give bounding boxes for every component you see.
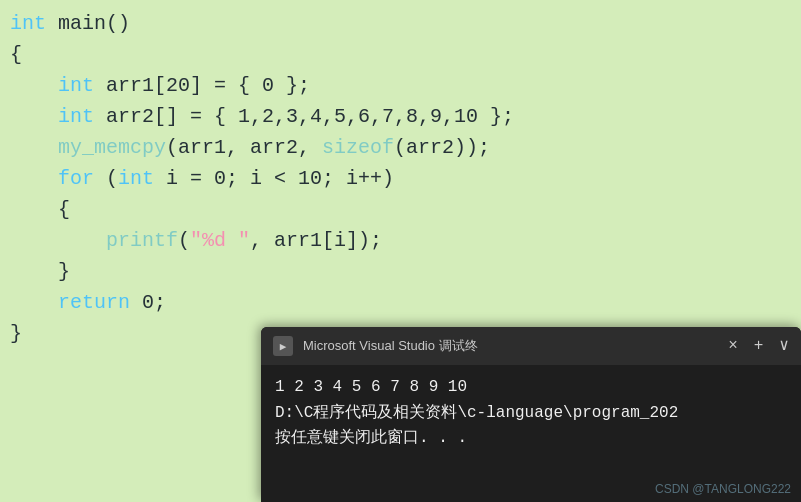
code-line: { [0, 194, 801, 225]
terminal-title: Microsoft Visual Studio 调试终 [303, 337, 718, 355]
terminal-close-btn[interactable]: × [728, 338, 738, 354]
code-token: "%d " [190, 225, 250, 256]
code-line: for (int i = 0; i < 10; i++) [0, 163, 801, 194]
code-line: { [0, 39, 801, 70]
code-line: int main() [0, 8, 801, 39]
code-line: int arr1[20] = { 0 }; [0, 70, 801, 101]
code-content: int main(){ int arr1[20] = { 0 }; int ar… [0, 8, 801, 349]
code-token: int [118, 163, 154, 194]
code-line: } [0, 256, 801, 287]
code-token [10, 101, 58, 132]
terminal-window[interactable]: ▶ Microsoft Visual Studio 调试终 × + ∨ 1 2 … [261, 327, 801, 502]
terminal-titlebar: ▶ Microsoft Visual Studio 调试终 × + ∨ [261, 327, 801, 365]
code-token [10, 70, 58, 101]
code-token: } [10, 256, 70, 287]
terminal-app-icon: ▶ [273, 336, 293, 356]
code-editor: int main(){ int arr1[20] = { 0 }; int ar… [0, 0, 801, 502]
watermark: CSDN @TANGLONG222 [655, 482, 791, 496]
terminal-output-line3: 按任意键关闭此窗口. . . [275, 426, 787, 452]
code-token: 0; [130, 287, 166, 318]
code-token: { [10, 194, 70, 225]
code-token: sizeof [322, 132, 394, 163]
code-line: int arr2[] = { 1,2,3,4,5,6,7,8,9,10 }; [0, 101, 801, 132]
code-token: (arr2)); [394, 132, 490, 163]
code-token [10, 287, 58, 318]
code-token: i = 0; i < 10; i++) [154, 163, 394, 194]
code-token [10, 163, 58, 194]
code-token: my_memcpy [58, 132, 166, 163]
code-token: } [10, 318, 22, 349]
code-token: , arr1[i]); [250, 225, 382, 256]
code-token: ( [178, 225, 190, 256]
code-token: int [10, 8, 46, 39]
code-token: { [10, 39, 22, 70]
code-token: for [58, 163, 94, 194]
code-token: int [58, 101, 94, 132]
terminal-controls: × + ∨ [728, 338, 789, 354]
terminal-add-btn[interactable]: + [754, 338, 764, 354]
code-token [10, 225, 106, 256]
terminal-chevron-btn[interactable]: ∨ [779, 338, 789, 354]
code-line: return 0; [0, 287, 801, 318]
code-line: printf("%d ", arr1[i]); [0, 225, 801, 256]
code-token: arr2[] = { 1,2,3,4,5,6,7,8,9,10 }; [94, 101, 514, 132]
code-line: my_memcpy(arr1, arr2, sizeof(arr2)); [0, 132, 801, 163]
terminal-output-line1: 1 2 3 4 5 6 7 8 9 10 [275, 375, 787, 401]
code-token: main() [46, 8, 130, 39]
code-token [10, 132, 58, 163]
code-token: return [58, 287, 130, 318]
code-token: printf [106, 225, 178, 256]
code-token: int [58, 70, 94, 101]
code-token: arr1[20] = { 0 }; [94, 70, 310, 101]
code-token: (arr1, arr2, [166, 132, 322, 163]
code-token: ( [94, 163, 118, 194]
terminal-output-line2: D:\C程序代码及相关资料\c-language\program_202 [275, 401, 787, 427]
